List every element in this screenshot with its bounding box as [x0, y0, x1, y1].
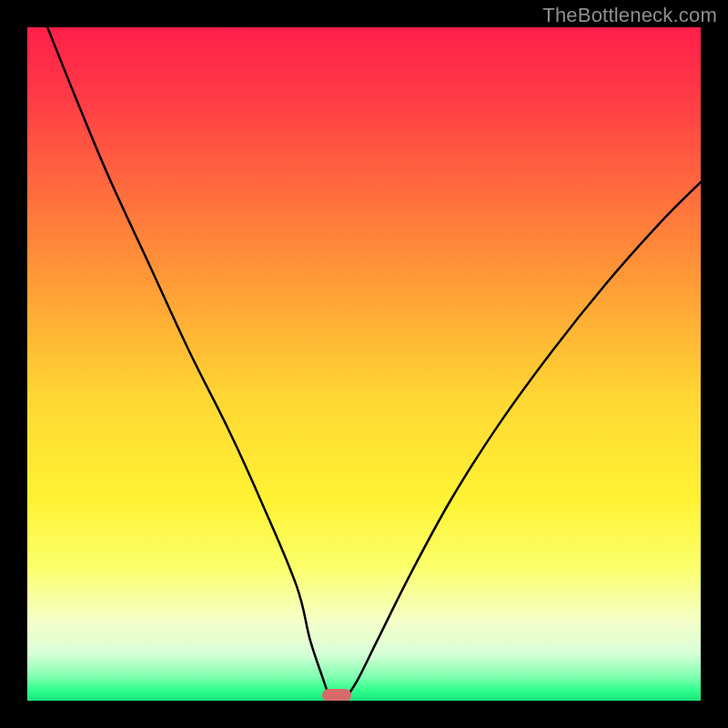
- plot-area: [27, 27, 701, 701]
- outer-frame: TheBottleneck.com: [0, 0, 728, 728]
- optimum-marker: [322, 689, 351, 701]
- curve-left-branch: [47, 27, 330, 701]
- watermark-label: TheBottleneck.com: [542, 4, 717, 27]
- curve-right-branch: [344, 182, 701, 701]
- bottleneck-curve: [27, 27, 701, 701]
